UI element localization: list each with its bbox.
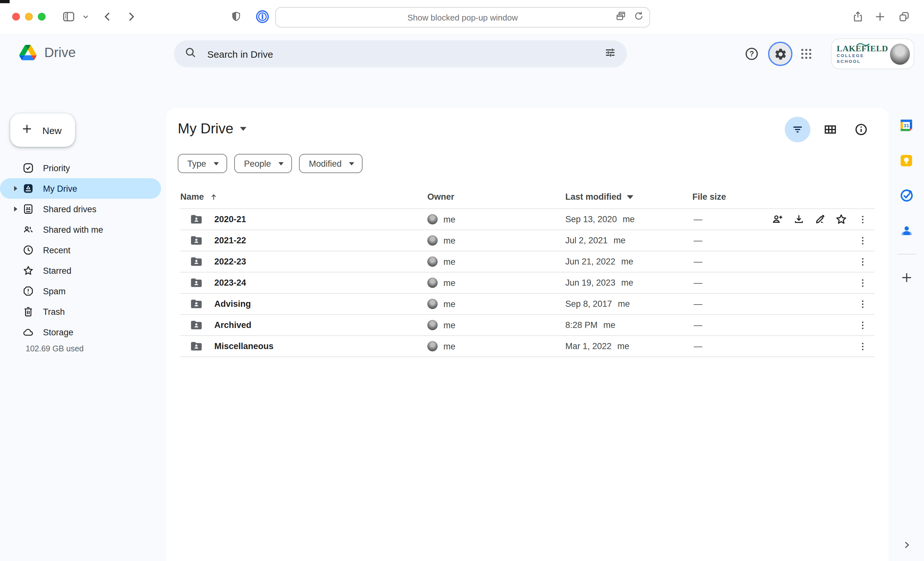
sidebar-item-spam[interactable]: Spam	[0, 281, 161, 301]
contacts-icon[interactable]	[894, 218, 919, 244]
more-actions-button[interactable]	[856, 319, 869, 332]
owner-label: me	[443, 341, 456, 351]
sidebar-item-shared-drives[interactable]: Shared drives	[0, 199, 161, 219]
owner-label: me	[443, 320, 456, 330]
modified-by: me	[618, 299, 630, 309]
three-dots-icon	[857, 256, 868, 267]
share-file-button[interactable]	[771, 213, 784, 226]
filter-icon	[791, 123, 804, 136]
modified-date: Mar 1, 2022	[565, 341, 612, 351]
sidebar-item-shared-with-me[interactable]: Shared with me	[0, 219, 161, 240]
sidebar-item-my-drive[interactable]: My Drive	[0, 178, 161, 199]
more-actions-button[interactable]	[856, 298, 869, 310]
window-zoom-button[interactable]	[38, 13, 45, 21]
owner-label: me	[443, 214, 456, 224]
cloud-icon	[22, 326, 34, 338]
window-close-button[interactable]	[12, 13, 20, 21]
table-row[interactable]: Miscellaneous me Mar 1, 2022 me —	[180, 336, 874, 357]
details-button[interactable]	[850, 119, 872, 141]
sidebar-item-storage[interactable]: Storage	[0, 322, 161, 343]
address-bar-text: Show blocked pop-up window	[408, 12, 518, 22]
more-actions-button[interactable]	[856, 340, 869, 353]
expand-arrow-icon[interactable]	[14, 186, 17, 191]
star-icon	[835, 213, 848, 226]
grid-view-icon	[823, 123, 837, 136]
settings-button[interactable]	[768, 42, 792, 66]
sidebar-item-trash[interactable]: Trash	[0, 301, 161, 322]
modified-date: Jun 21, 2022	[565, 257, 615, 266]
table-row[interactable]: Advising me Sep 8, 2017 me —	[180, 294, 874, 315]
sidebar-item-starred[interactable]: Starred	[0, 260, 161, 281]
page-title[interactable]: My Drive	[178, 121, 246, 137]
last-modified-column-header[interactable]: Last modified	[565, 192, 633, 202]
password-manager-icon[interactable]	[255, 9, 270, 24]
window-minimize-button[interactable]	[25, 13, 33, 21]
google-apps-icon[interactable]	[800, 47, 813, 61]
download-button[interactable]	[792, 213, 805, 226]
star-button[interactable]	[835, 213, 848, 226]
calendar-icon[interactable]: 31	[894, 112, 919, 138]
share-icon[interactable]	[852, 10, 864, 23]
sidebar-item-priority[interactable]: Priority	[0, 158, 161, 178]
filter-button[interactable]	[785, 117, 810, 142]
account-button[interactable]: LAKEFIELD COLLEGE SCHOOL	[831, 39, 914, 69]
modified-filter-chip[interactable]: Modified	[299, 154, 363, 173]
user-avatar[interactable]	[890, 43, 910, 64]
table-row[interactable]: Archived me 8:28 PM me —	[180, 315, 874, 336]
sidebar-menu-chevron-icon[interactable]	[82, 13, 89, 20]
owner-label: me	[443, 278, 456, 287]
owner-label: me	[443, 236, 456, 245]
sidebar-toggle-icon[interactable]	[62, 10, 76, 24]
owner-column-header[interactable]: Owner	[428, 192, 454, 202]
file-size-column-header[interactable]: File size	[692, 192, 726, 202]
search-bar[interactable]	[174, 40, 627, 67]
file-size: —	[694, 341, 702, 351]
table-row[interactable]: 2022-23 me Jun 21, 2022 me —	[180, 251, 874, 272]
pencil-icon	[814, 213, 826, 226]
three-dots-icon	[857, 341, 868, 352]
type-filter-chip[interactable]: Type	[178, 154, 228, 173]
privacy-shield-icon[interactable]	[230, 10, 243, 23]
more-actions-button[interactable]	[856, 234, 869, 247]
search-input[interactable]	[206, 48, 604, 60]
table-row[interactable]: 2023-24 me Jun 19, 2023 me —	[180, 272, 874, 294]
three-dots-icon	[857, 320, 868, 331]
file-table-header: Name Owner Last modified File size	[180, 185, 874, 209]
address-bar[interactable]: Show blocked pop-up window	[275, 7, 650, 28]
tasks-icon[interactable]	[894, 183, 919, 208]
help-icon[interactable]: ?	[744, 46, 759, 61]
more-actions-button[interactable]	[856, 276, 869, 289]
grid-view-button[interactable]	[819, 119, 841, 141]
file-list-body: 2020-21 me Sep 13, 2020 me — 2021-22	[180, 209, 874, 357]
popup-blocked-icon[interactable]	[615, 10, 627, 25]
sort-by-name-header[interactable]: Name	[180, 192, 218, 202]
back-button[interactable]	[101, 10, 114, 23]
keep-icon[interactable]	[894, 147, 919, 173]
page-title-text: My Drive	[178, 121, 234, 137]
tab-overview-icon[interactable]	[898, 10, 910, 23]
svg-text:31: 31	[903, 123, 909, 128]
table-row[interactable]: 2021-22 me Jul 2, 2021 me —	[180, 230, 874, 251]
new-tab-icon[interactable]	[874, 10, 886, 23]
search-icon[interactable]	[184, 46, 197, 61]
modified-date: Sep 13, 2020	[565, 214, 617, 224]
chevron-down-icon	[240, 127, 246, 131]
drive-logo[interactable]: Drive	[19, 45, 76, 60]
sidebar-item-recent[interactable]: Recent	[0, 240, 161, 260]
reload-icon[interactable]	[633, 10, 644, 24]
shared-folder-icon	[190, 234, 203, 247]
shared-with-me-icon	[22, 224, 34, 235]
expand-arrow-icon[interactable]	[14, 206, 17, 212]
rename-button[interactable]	[814, 213, 826, 226]
forward-button[interactable]	[124, 10, 137, 23]
search-options-icon[interactable]	[604, 46, 616, 61]
get-add-ons-button[interactable]	[894, 265, 919, 290]
three-dots-icon	[857, 214, 868, 225]
people-filter-chip[interactable]: People	[234, 154, 292, 173]
more-actions-button[interactable]	[856, 255, 869, 268]
file-name: 2020-21	[214, 214, 246, 224]
table-row[interactable]: 2020-21 me Sep 13, 2020 me —	[180, 209, 874, 230]
hide-side-panel-button[interactable]	[901, 540, 912, 553]
more-actions-button[interactable]	[856, 213, 869, 226]
new-button[interactable]: New	[10, 114, 75, 147]
